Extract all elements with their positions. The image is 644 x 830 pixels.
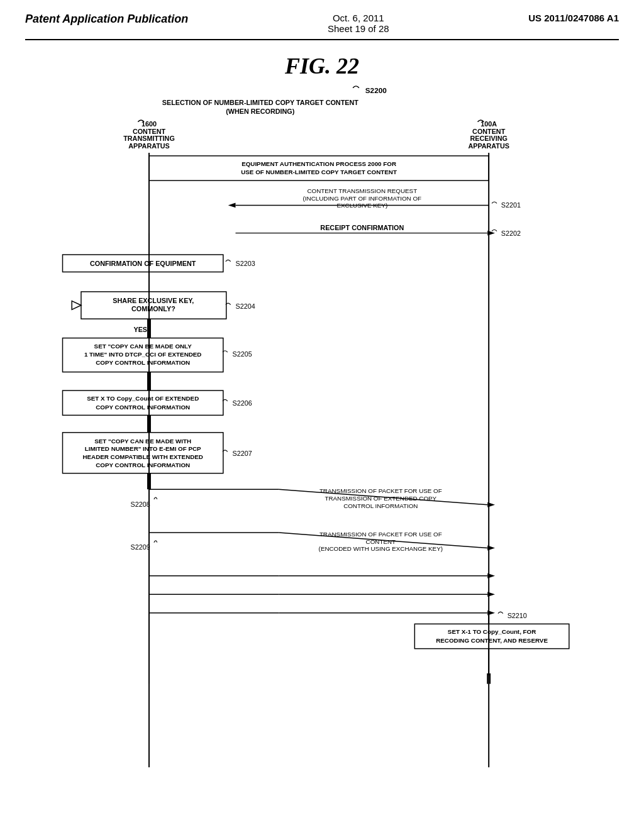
svg-marker-17 (228, 203, 236, 208)
svg-text:S2201: S2201 (501, 201, 521, 209)
svg-text:EXCLUSIVE KEY): EXCLUSIVE KEY) (336, 202, 387, 209)
svg-text:1600: 1600 (142, 120, 157, 128)
svg-text:HEADER COMPATIBLE WITH EXTENDE: HEADER COMPATIBLE WITH EXTENDED (82, 453, 203, 460)
svg-text:CONTENT TRANSMISSION REQUEST: CONTENT TRANSMISSION REQUEST (308, 187, 418, 194)
svg-text:SET X TO Copy_Count OF EXTENDE: SET X TO Copy_Count OF EXTENDED (87, 395, 199, 402)
svg-marker-63 (487, 502, 495, 507)
svg-text:S2205: S2205 (233, 350, 252, 358)
svg-marker-78 (487, 592, 495, 597)
svg-text:COPY CONTROL INFORMATION: COPY CONTROL INFORMATION (96, 462, 190, 468)
svg-line-69 (279, 533, 487, 548)
svg-text:COPY CONTROL INFORMATION: COPY CONTROL INFORMATION (96, 359, 190, 366)
svg-text:(INCLUDING PART OF INFORMATION: (INCLUDING PART OF INFORMATION OF (303, 195, 421, 202)
svg-text:YES: YES (133, 326, 147, 333)
svg-text:SET "COPY CAN BE MADE ONLY: SET "COPY CAN BE MADE ONLY (94, 343, 192, 350)
svg-text:SET "COPY CAN BE MADE WITH: SET "COPY CAN BE MADE WITH (94, 438, 191, 445)
svg-marker-23 (487, 231, 495, 236)
patent-number: US 2011/0247086 A1 (528, 13, 619, 23)
svg-text:SET X-1 TO Copy_Count, FOR: SET X-1 TO Copy_Count, FOR (448, 628, 536, 635)
svg-text:TRANSMISSION OF EXTENDED COPY: TRANSMISSION OF EXTENDED COPY (325, 495, 436, 502)
svg-rect-13 (149, 156, 489, 180)
header-center: Oct. 6, 2011 Sheet 19 of 28 (328, 13, 389, 34)
svg-text:SELECTION OF NUMBER-LIMITED CO: SELECTION OF NUMBER-LIMITED COPY TARGET … (162, 99, 359, 106)
svg-marker-80 (487, 611, 495, 616)
svg-text:SHARE EXCLUSIVE KEY,: SHARE EXCLUSIVE KEY, (113, 297, 194, 304)
page: Patent Application Publication Oct. 6, 2… (0, 0, 644, 830)
svg-text:CONTENT: CONTENT (133, 128, 166, 135)
svg-text:S2206: S2206 (233, 399, 252, 407)
svg-text:S2203: S2203 (236, 260, 255, 267)
header-sheet: Sheet 19 of 28 (328, 23, 389, 34)
svg-marker-76 (487, 573, 495, 578)
svg-text:S2204: S2204 (236, 302, 255, 310)
svg-marker-32 (72, 301, 81, 310)
svg-text:(ENCODED WITH USING EXCHANGE K: (ENCODED WITH USING EXCHANGE KEY) (319, 545, 443, 552)
diagram-svg: S2200 SELECTION OF NUMBER-LIMITED COPY T… (39, 82, 605, 773)
svg-text:TRANSMISSION OF PACKET FOR USE: TRANSMISSION OF PACKET FOR USE OF (319, 531, 442, 538)
svg-text:S2202: S2202 (501, 230, 521, 237)
svg-text:RECEIVING: RECEIVING (470, 135, 507, 142)
svg-rect-86 (414, 624, 569, 648)
svg-text:LIMITED NUMBER" INTO E-EMI OF : LIMITED NUMBER" INTO E-EMI OF PCP (85, 445, 201, 452)
svg-text:USE OF NUMBER-LIMITED COPY TAR: USE OF NUMBER-LIMITED COPY TARGET CONTEN… (241, 169, 397, 175)
svg-rect-52 (63, 433, 223, 473)
svg-text:TRANSMISSION OF PACKET FOR USE: TRANSMISSION OF PACKET FOR USE OF (319, 487, 442, 494)
svg-text:(WHEN RECORDING): (WHEN RECORDING) (226, 108, 295, 115)
header-date: Oct. 6, 2011 (328, 13, 389, 23)
diagram: S2200 SELECTION OF NUMBER-LIMITED COPY T… (39, 82, 605, 773)
svg-text:S2209: S2209 (131, 543, 150, 551)
svg-text:S2208: S2208 (131, 501, 150, 508)
svg-text:EQUIPMENT AUTHENTICATION PROCE: EQUIPMENT AUTHENTICATION PROCESS 2000 FO… (242, 160, 396, 167)
svg-rect-39 (63, 338, 223, 372)
svg-text:RECEIPT CONFIRMATION: RECEIPT CONFIRMATION (320, 224, 404, 231)
svg-text:CONTROL INFORMATION: CONTROL INFORMATION (343, 502, 418, 509)
svg-text:1 TIME" INTO DTCP_CCI OF EXTEN: 1 TIME" INTO DTCP_CCI OF EXTENDED (84, 351, 202, 358)
svg-text:CONTENT: CONTENT (366, 538, 396, 545)
svg-text:APPARATUS: APPARATUS (128, 142, 170, 150)
svg-line-62 (279, 489, 487, 505)
svg-text:100A: 100A (480, 120, 497, 128)
svg-rect-46 (63, 390, 223, 415)
svg-rect-31 (81, 292, 226, 319)
svg-text:TRANSMITTING: TRANSMITTING (123, 135, 175, 142)
publication-title: Patent Application Publication (25, 13, 188, 26)
svg-text:S2210: S2210 (508, 612, 527, 619)
svg-text:COPY CONTROL INFORMATION: COPY CONTROL INFORMATION (96, 404, 190, 411)
svg-text:S2200: S2200 (365, 86, 387, 94)
svg-text:APPARATUS: APPARATUS (468, 142, 509, 150)
svg-marker-70 (487, 546, 495, 551)
svg-rect-27 (63, 255, 223, 272)
svg-text:S2207: S2207 (233, 450, 252, 457)
svg-text:CONTENT: CONTENT (472, 128, 506, 135)
figure-title: FIG. 22 (25, 53, 619, 79)
page-header: Patent Application Publication Oct. 6, 2… (25, 13, 619, 40)
svg-text:RECODING CONTENT, AND RESERVE: RECODING CONTENT, AND RESERVE (436, 637, 548, 644)
svg-text:CONFIRMATION OF EQUIPMENT: CONFIRMATION OF EQUIPMENT (90, 260, 196, 267)
svg-text:COMMONLY?: COMMONLY? (131, 305, 175, 313)
